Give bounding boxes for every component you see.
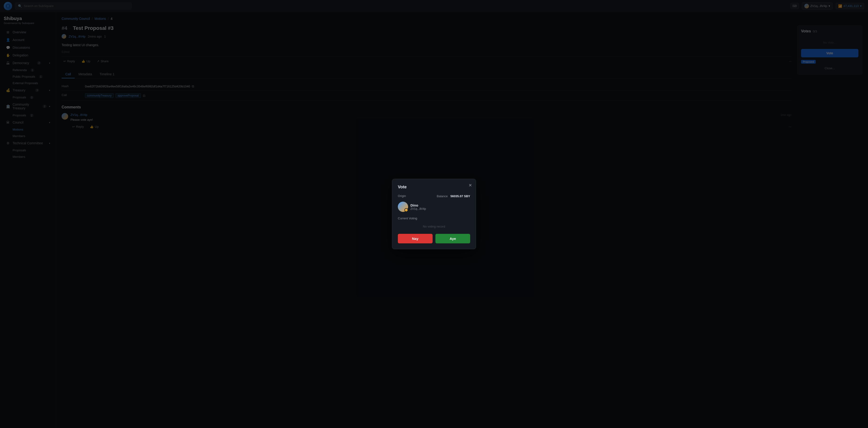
modal-current-voting-label: Current Voting — [398, 217, 470, 220]
modal-title: Vote — [398, 185, 470, 190]
modal-account-addr: ZV1q...8V4p — [410, 207, 426, 210]
modal-account-info: Dino ZV1q...8V4p — [410, 203, 426, 210]
modal-origin-label: Origin — [398, 194, 406, 198]
modal-origin-row: Origin Balance 56035.07 SBY — [398, 194, 470, 198]
aye-button[interactable]: Aye — [435, 234, 470, 243]
modal-close-button[interactable]: ✕ — [468, 183, 472, 188]
modal-avatar-badge: 🔒 — [404, 208, 408, 212]
modal-account: 🔒 Dino ZV1q...8V4p — [398, 202, 470, 212]
modal-vote-buttons: Nay Aye — [398, 234, 470, 243]
modal-balance-row: Balance 56035.07 SBY — [437, 194, 470, 198]
nay-button[interactable]: Nay — [398, 234, 433, 243]
modal-balance-label: Balance — [437, 194, 448, 198]
modal-account-name: Dino — [410, 203, 426, 207]
modal-balance-value: 56035.07 SBY — [450, 194, 470, 198]
modal-overlay[interactable]: Vote ✕ Origin Balance 56035.07 SBY 🔒 Din… — [0, 0, 868, 428]
vote-modal: Vote ✕ Origin Balance 56035.07 SBY 🔒 Din… — [392, 179, 476, 249]
modal-avatar: 🔒 — [398, 202, 408, 212]
modal-no-voting-record: No voting record — [398, 223, 470, 232]
